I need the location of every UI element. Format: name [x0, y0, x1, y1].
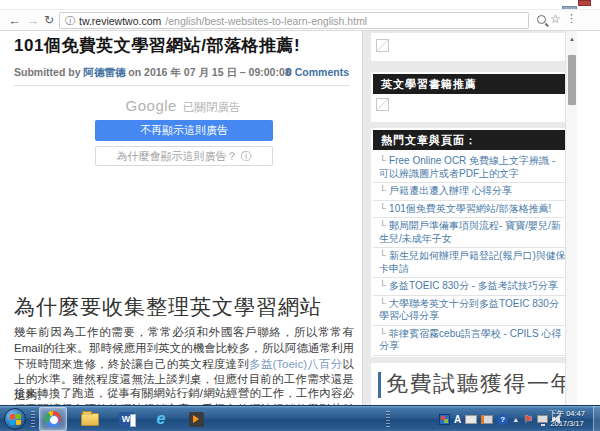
divider	[14, 85, 350, 86]
popular-link-label: 新生兒如何辦理戶籍登記(報戶口)與健保卡申請	[379, 250, 566, 274]
window-close-fragment[interactable]	[578, 0, 591, 6]
sidebar-widget-promo: 免費試聽獲得一年	[371, 363, 575, 405]
show-desktop-button[interactable]	[593, 406, 600, 431]
bookmark-star-icon[interactable]: ☆	[550, 12, 561, 26]
comments-link[interactable]: 0 Comments	[286, 66, 349, 78]
promo-accent-bar	[378, 372, 381, 398]
taskbar-media-button[interactable]	[182, 407, 210, 431]
ad-why-button[interactable]: 為什麼會顯示這則廣告？ ⓘ	[95, 146, 273, 166]
action-center-flag-icon[interactable]: ⚑	[523, 413, 533, 426]
section-heading: 為什麼要收集整理英文學習網站	[14, 293, 322, 321]
byline-date: on 2016 年 07 月 15 日 – 09:00:08	[128, 66, 290, 78]
scrollbar-thumb[interactable]	[568, 55, 576, 105]
browser-menu-icon[interactable]: ⋮	[566, 12, 577, 25]
broken-image-icon	[376, 39, 389, 52]
keyboard-icon[interactable]	[465, 415, 477, 424]
vertical-scrollbar[interactable]: ▲	[565, 31, 577, 405]
popular-link-label: 大學聯考英文十分到多益TOEIC 830分 學習心得分享	[379, 298, 559, 322]
list-corner-icon: └	[379, 185, 386, 196]
page-title: 101個免費英文學習網站/部落格推薦!	[14, 34, 359, 57]
list-corner-icon: └	[379, 203, 386, 214]
page-info-icon[interactable]: ⓘ	[65, 16, 75, 26]
popular-link-item[interactable]: └菲律賓宿霧cebu語言學校 - CPILS 心得分享	[373, 326, 573, 356]
popular-link-label: 菲律賓宿霧cebu語言學校 - CPILS 心得分享	[379, 328, 561, 352]
popular-list: └Free Online OCR 免費線上文字辨識 - 可以辨識圖片或者PDF上…	[373, 153, 573, 357]
ad-status-text: 已關閉廣告	[183, 101, 241, 113]
popular-header: 熱門文章與頁面：	[373, 130, 573, 150]
sidebar-widget-popular: 熱門文章與頁面： └Free Online OCR 免費線上文字辨識 - 可以辨…	[371, 128, 575, 357]
clock-date: 2017/3/17	[543, 419, 591, 429]
main-content: 101個免費英文學習網站/部落格推薦! Submitted by 阿德雷德 on…	[0, 31, 363, 405]
toolbar-options-icon[interactable]	[481, 415, 493, 424]
windows-logo-icon	[10, 413, 21, 425]
address-bar[interactable]: ⓘ tw.reviewtwo.com/english/best-websites…	[59, 12, 529, 29]
media-player-icon	[189, 412, 204, 427]
toeic-link[interactable]: 多益(Toeic)八百分	[249, 358, 343, 370]
ad-dont-show-button[interactable]: 不再顯示這則廣告	[95, 120, 273, 141]
taskbar-explorer-button[interactable]	[76, 407, 104, 431]
screen: ← → ↻ ⓘ tw.reviewtwo.com/english/best-we…	[0, 0, 600, 431]
taskbar-clock[interactable]: 下午 04:47 2017/3/17	[543, 409, 591, 429]
start-button[interactable]	[4, 408, 26, 430]
author-link[interactable]: 阿德雷德	[83, 66, 125, 78]
popular-link-item[interactable]: └多益TOEIC 830分 - 多益考試技巧分享	[373, 278, 573, 296]
url-path: /english/best-websites-to-learn-english.…	[165, 15, 367, 27]
reload-icon[interactable]: ↻	[44, 12, 54, 29]
popular-link-label: 101個免費英文學習網站/部落格推薦!	[389, 203, 551, 214]
taskbar: W e A ? ▲ ⚑ 下午 04:47 2017/3/17	[0, 405, 600, 431]
page-viewport: 101個免費英文學習網站/部落格推薦! Submitted by 阿德雷德 on…	[0, 31, 577, 405]
popular-link-item[interactable]: └新生兒如何辦理戶籍登記(報戶口)與健保卡申請	[373, 248, 573, 278]
google-logo: Google	[126, 97, 177, 114]
taskbar-chrome-button[interactable]	[39, 407, 67, 431]
clock-time: 下午 04:47	[543, 409, 591, 419]
promo-heading: 免費試聽獲得一年	[386, 369, 574, 399]
popular-link-item[interactable]: └Free Online OCR 免費線上文字辨識 - 可以辨識圖片或者PDF上…	[373, 153, 573, 183]
url-host: tw.reviewtwo.com	[79, 15, 161, 27]
paragraph-2: 後來轉換了跑道，從事有關網站行銷/網站經營的工作，工作內容必須要閱讀很多國外的網…	[14, 386, 354, 405]
help-icon[interactable]: ?	[497, 414, 508, 425]
chrome-icon	[45, 411, 61, 427]
popular-link-label: Free Online OCR 免費線上文字辨識 - 可以辨識圖片或者PDF上的…	[379, 155, 555, 179]
folder-icon	[81, 413, 99, 426]
popular-link-item[interactable]: └郵局開戶準備事項與流程- 寶寶/嬰兒/新生兒/未成年子女	[373, 218, 573, 248]
internet-explorer-icon: e	[157, 411, 166, 427]
ad-closed-header: Google已關閉廣告	[14, 97, 352, 115]
sidebar: 英文學習書籍推薦 熱門文章與頁面： └Free Online OCR 免費線上文…	[371, 31, 575, 405]
tray-grip[interactable]	[386, 411, 390, 427]
popular-link-item[interactable]: └媽媽手的預防與治療	[373, 356, 573, 358]
scroll-up-icon[interactable]: ▲	[566, 33, 578, 45]
list-corner-icon: └	[379, 328, 386, 339]
byline-prefix: Submitted by	[14, 66, 81, 78]
browser-toolbar: ← → ↻ ⓘ tw.reviewtwo.com/english/best-we…	[0, 9, 600, 31]
broken-image-icon	[376, 98, 389, 111]
taskbar-ie-button[interactable]: e	[147, 407, 175, 431]
popular-link-item[interactable]: └戶籍遷出遷入辦理 心得分享	[373, 183, 573, 201]
popular-link-item[interactable]: └101個免費英文學習網站/部落格推薦!	[373, 201, 573, 219]
list-corner-icon: └	[379, 280, 386, 291]
popular-link-label: 戶籍遷出遷入辦理 心得分享	[389, 185, 512, 196]
books-header: 英文學習書籍推薦	[373, 74, 573, 94]
back-icon[interactable]: ←	[8, 12, 21, 29]
word-icon: W	[119, 412, 134, 427]
list-corner-icon: └	[379, 298, 386, 309]
taskbar-word-button[interactable]: W	[112, 407, 140, 431]
popular-link-item[interactable]: └大學聯考英文十分到多益TOEIC 830分 學習心得分享	[373, 296, 573, 326]
show-hidden-icons-icon[interactable]: ▲	[512, 416, 519, 423]
list-corner-icon: └	[379, 220, 386, 231]
ime-mode-icon[interactable]: A	[454, 414, 461, 425]
zoom-icon[interactable]	[537, 15, 546, 24]
popular-link-label: 郵局開戶準備事項與流程- 寶寶/嬰兒/新生兒/未成年子女	[379, 220, 561, 244]
sidebar-widget-books: 英文學習書籍推薦	[371, 72, 575, 122]
language-bar-icon[interactable]	[439, 414, 450, 425]
sidebar-widget-ad	[371, 33, 575, 61]
list-corner-icon: └	[379, 250, 386, 261]
forward-icon[interactable]: →	[26, 12, 39, 29]
popular-link-label: 多益TOEIC 830分 - 多益考試技巧分享	[389, 280, 558, 291]
taskbar-grip[interactable]	[31, 411, 35, 427]
list-corner-icon: └	[379, 155, 386, 166]
